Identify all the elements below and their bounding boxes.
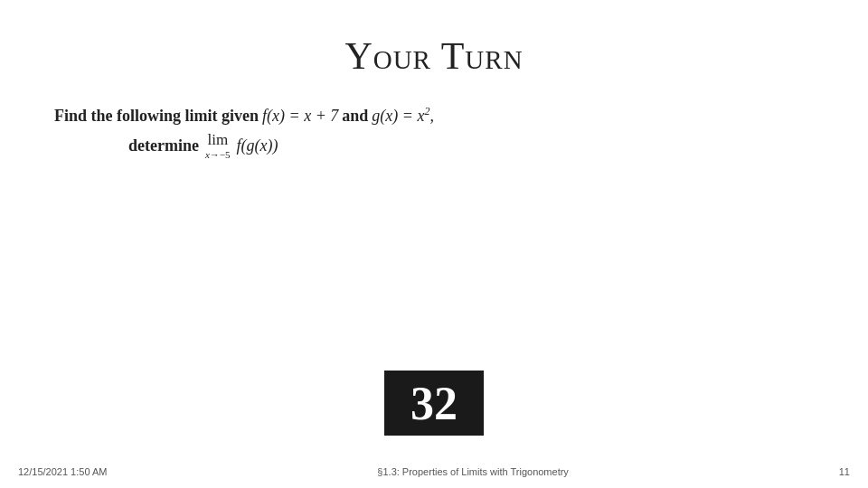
f-definition: f(x) = x + 7: [262, 104, 338, 128]
answer-box-container: 32: [384, 371, 484, 436]
answer-value: 32: [410, 377, 458, 430]
title-text: Your Turn: [344, 35, 523, 77]
footer-page: 11: [839, 466, 850, 477]
determine-text: determine: [128, 134, 199, 158]
and-text: and: [342, 104, 368, 128]
slide: Your Turn Find the following limit given…: [0, 0, 868, 488]
problem-row-1: Find the following limit given f(x) = x …: [54, 103, 434, 128]
slide-title: Your Turn: [344, 34, 523, 78]
lim-label: lim: [207, 132, 228, 149]
problem-row-2: determine lim x→−5 f(g(x)): [54, 132, 434, 160]
limit-notation: lim x→−5: [205, 132, 231, 160]
lim-subscript: x→−5: [205, 149, 231, 160]
intro-text: Find the following limit given: [54, 104, 259, 128]
g-definition: g(x) = x2,: [372, 103, 434, 128]
footer-timestamp: 12/15/2021 1:50 AM: [18, 466, 107, 477]
footer: 12/15/2021 1:50 AM §1.3: Properties of L…: [0, 466, 868, 477]
answer-box: 32: [384, 371, 484, 436]
content-area: Find the following limit given f(x) = x …: [0, 78, 868, 160]
problem-statement: Find the following limit given f(x) = x …: [54, 103, 434, 160]
limit-expression: f(g(x)): [237, 134, 278, 158]
footer-section: §1.3: Properties of Limits with Trigonom…: [377, 466, 569, 477]
